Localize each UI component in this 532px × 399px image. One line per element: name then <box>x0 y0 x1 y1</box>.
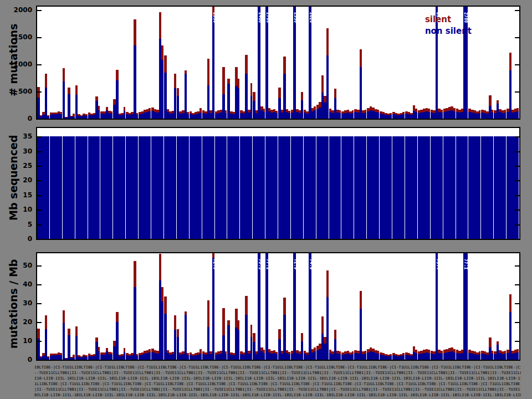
bar-segment <box>377 110 379 112</box>
bar-segment <box>116 312 119 322</box>
bar-segment <box>149 136 151 239</box>
bar-segment <box>212 136 214 239</box>
bar-segment <box>278 88 281 98</box>
bar-segment <box>288 113 290 119</box>
bar-segment <box>250 96 252 119</box>
bar-segment <box>263 353 265 360</box>
y-tick-mark <box>515 151 519 152</box>
bar-segment <box>415 112 417 119</box>
y-tick-mark <box>515 91 519 93</box>
bar-segment <box>245 55 248 74</box>
y-tick-mark <box>37 265 42 267</box>
bar-segment <box>466 136 468 239</box>
bar-segment <box>187 353 189 355</box>
bar-segment <box>238 79 239 88</box>
bar-segment <box>222 67 225 94</box>
bar-segment <box>124 352 125 360</box>
bar-segment <box>339 354 341 360</box>
overflow-value-label: 2620 <box>309 12 314 23</box>
bar-segment <box>479 110 480 113</box>
bar-segment <box>75 85 78 95</box>
y-tick-label: 0 <box>3 356 32 364</box>
bar-segment <box>497 341 499 345</box>
bar-segment <box>258 7 260 119</box>
bar-segment <box>161 136 163 239</box>
bar-segment <box>200 108 202 112</box>
bar-segment <box>504 354 506 360</box>
y-tick-label: 30 <box>3 147 32 155</box>
bar-segment <box>174 74 176 88</box>
bar-segment <box>509 294 511 312</box>
overflow-value-label: 2550 <box>212 12 217 23</box>
bar-segment <box>200 136 202 239</box>
bar-segment <box>314 351 316 360</box>
bar-segment <box>516 108 519 111</box>
y-tick-mark <box>37 37 42 38</box>
bar-segment <box>85 116 88 119</box>
bar-segment <box>60 353 62 355</box>
bar-segment <box>453 108 456 111</box>
mutations-count-panel: 25502460270025502620257027002700 silent … <box>36 6 520 120</box>
bar-segment <box>225 351 227 354</box>
bar-segment <box>177 329 179 337</box>
bar-segment <box>301 92 303 100</box>
bar-segment <box>479 136 480 239</box>
bar-segment <box>60 355 62 360</box>
overflow-value-label: 72.9 <box>212 259 217 269</box>
bar-segment <box>238 330 239 360</box>
bar-segment <box>275 354 278 360</box>
bar-segment <box>275 111 278 113</box>
bar-segment <box>60 136 62 239</box>
bar-segment <box>185 311 187 315</box>
y-tick-mark <box>37 322 42 323</box>
y-tick-mark <box>515 119 519 120</box>
bar-segment <box>365 110 366 112</box>
bar-segment <box>63 68 65 81</box>
bar-segment <box>509 53 511 70</box>
bar-segment <box>275 352 278 354</box>
y-tick-mark <box>515 265 519 267</box>
overflow-value-label: 2460 <box>258 12 263 23</box>
bar-segment <box>73 116 75 119</box>
bar-segment <box>390 354 392 356</box>
bar-segment <box>98 347 100 351</box>
overflow-value-label: 2550 <box>293 12 298 23</box>
bar-segment <box>174 136 176 239</box>
y-tick-mark <box>515 224 519 226</box>
bar-segment <box>68 94 70 119</box>
y-tick-mark <box>37 224 42 226</box>
y-tick-label: 25 <box>3 162 32 170</box>
y-tick-mark <box>515 209 519 211</box>
bar-segment <box>441 351 443 354</box>
bar-segment <box>365 136 366 239</box>
bar-segment <box>453 111 456 119</box>
bar-segment <box>339 110 341 113</box>
bar-segment <box>136 354 138 356</box>
bar-segment <box>377 112 379 119</box>
bar-segment <box>45 329 47 360</box>
bar-segment <box>453 352 456 360</box>
x-tick-labels-row: |II--TUIE11CLLT001|II--TUIE11CLLT001|II-… <box>34 387 521 393</box>
bar-segment <box>293 7 296 119</box>
bar-segment <box>45 88 47 119</box>
y-tick-mark <box>515 166 519 167</box>
bar-segment <box>263 350 265 353</box>
bar-segment <box>187 112 189 114</box>
bar-segment <box>85 114 88 116</box>
bar-segment <box>314 106 316 110</box>
bar-segment <box>402 355 405 360</box>
bar-segment <box>161 301 163 360</box>
overflow-value-label: 70.3 <box>258 259 263 269</box>
bar-segment <box>63 323 65 360</box>
bar-segment <box>334 330 336 339</box>
bar-segment <box>85 136 88 239</box>
bar-segment <box>187 136 189 239</box>
y-tick-mark <box>37 91 42 93</box>
bar-segment <box>339 113 341 119</box>
bar-segment <box>390 136 392 239</box>
bar-segment <box>352 113 354 119</box>
bar-segment <box>124 107 125 111</box>
y-tick-label: 0 <box>3 235 32 243</box>
bar-segment <box>402 114 405 119</box>
y-tick-mark <box>37 303 42 304</box>
